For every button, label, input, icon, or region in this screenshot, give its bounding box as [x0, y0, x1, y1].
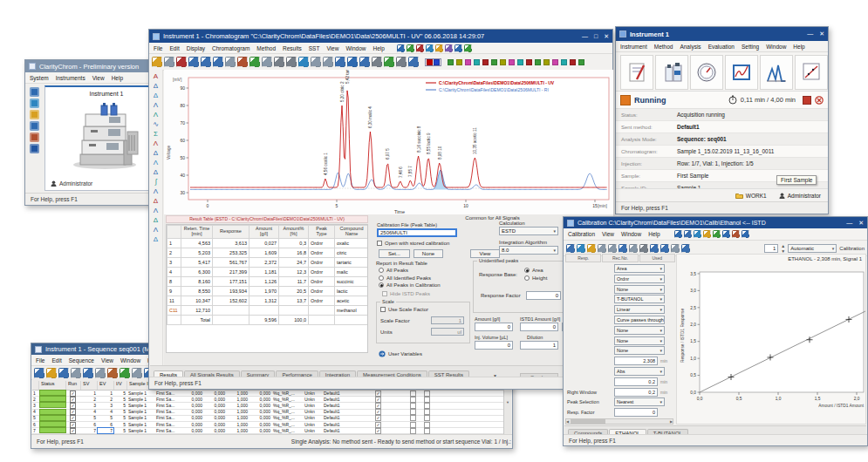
menu-item-results[interactable]: Results [283, 45, 302, 51]
result-row-4[interactable]: 46,300217,3991,18112,3Ordnrmalic [167, 268, 369, 277]
grid-header-recno[interactable]: Rec.No. [602, 254, 638, 262]
menu-item-instruments[interactable]: Instruments [56, 75, 85, 81]
plot-tool-icon-0[interactable]: A [150, 72, 161, 80]
toolbar-icon-3[interactable] [426, 44, 434, 52]
toolbar-icon-4[interactable] [608, 244, 617, 253]
property-field[interactable]: 0,2 [614, 388, 658, 397]
flag-checkbox[interactable] [410, 428, 416, 434]
toolbar-icon-10[interactable] [671, 244, 680, 253]
result-row-2[interactable]: 25,203253,3251,60916,8Ordnrcitric [167, 248, 369, 258]
scale-factor-field[interactable]: 1 [431, 316, 464, 324]
toolbar-icon-5[interactable] [213, 57, 223, 67]
minimize-button[interactable]: — [846, 220, 852, 227]
inj-volume-field[interactable]: 0 [475, 341, 513, 350]
menu-item-file[interactable]: File [154, 45, 162, 51]
chromatogram-titlebar[interactable]: Instrument 1 - Chromatogram "C:\ClarityC… [149, 30, 612, 43]
gear-icon[interactable] [30, 99, 39, 108]
menu-item-view[interactable]: View [326, 45, 338, 51]
property-dropdown[interactable]: Curve passes through Origin▾ [614, 316, 665, 324]
menu-item-help[interactable]: Help [112, 75, 123, 81]
toolbar-icon-14[interactable] [323, 57, 333, 67]
current-user[interactable]: Administrator [779, 193, 821, 199]
toolbar-icon-1[interactable] [577, 244, 585, 253]
chromatogram-button[interactable] [760, 55, 793, 90]
horizontal-scrollbar[interactable]: ◀ ▶ [565, 418, 673, 425]
plot-tool-icon-3[interactable]: Λ [150, 101, 161, 109]
menu-item-method[interactable]: Method [256, 45, 276, 51]
flag-checkbox[interactable]: ✓ [375, 428, 381, 434]
toolbar-icon-0[interactable] [674, 230, 682, 238]
plot-tool-icon-6[interactable]: Σ [150, 130, 161, 138]
set-button[interactable]: Set... [379, 249, 410, 258]
menu-item-calibration[interactable]: Calibration [568, 231, 595, 237]
report-option-all-peaks[interactable]: All Peaks [379, 268, 483, 273]
toolbar-icon-3[interactable] [71, 368, 81, 378]
toolbar-icon-17[interactable] [359, 57, 370, 67]
toolbar-icon-2[interactable] [694, 230, 701, 238]
menu-item-help[interactable]: Help [648, 231, 660, 237]
toolbar-icon-6[interactable] [500, 59, 506, 65]
toolbar-icon-9[interactable] [262, 57, 272, 67]
property-dropdown[interactable]: Area▾ [614, 264, 665, 273]
property-dropdown[interactable]: T-BUTANOL▾ [614, 295, 665, 303]
plot-tool-icon-8[interactable]: Δ [150, 149, 161, 157]
grid-header-used[interactable]: Used [639, 254, 675, 262]
toolbar-icon-18[interactable] [372, 57, 382, 67]
toolbar-icon-6[interactable] [455, 44, 462, 52]
plot-tool-icon-1[interactable]: Δ [150, 82, 161, 90]
toolbar-icon-20[interactable] [396, 57, 407, 67]
toolbar-icon-7[interactable] [237, 57, 248, 67]
dilution-field[interactable]: 1 [520, 341, 558, 350]
toolbar-icon-7[interactable] [509, 59, 515, 65]
calibration-curve-panel[interactable]: ETHANOL - 2,308 min, Signal 1 0,00,51,01… [676, 254, 866, 425]
toolbar-icon-5[interactable] [722, 230, 730, 238]
info-icon[interactable] [30, 144, 39, 153]
menu-item-window[interactable]: Window [120, 357, 140, 363]
toolbar-icon-6[interactable] [107, 368, 118, 378]
toolbar-icon-1[interactable] [684, 230, 692, 238]
menu-item-help[interactable]: Help [373, 45, 385, 51]
menu-item-edit[interactable]: Edit [51, 357, 61, 363]
calibration-button[interactable] [795, 55, 828, 90]
menu-item-sst[interactable]: SST [309, 45, 320, 51]
hide-istd-checkbox[interactable]: Hide ISTD Peaks [382, 291, 430, 296]
report-option-all-peaks-in-calibration[interactable]: All Peaks in Calibration [379, 282, 483, 288]
plot-tool-icon-9[interactable]: Λ [150, 159, 161, 166]
toolbar-icon-11[interactable] [681, 244, 690, 253]
method-setup-button[interactable] [620, 55, 653, 90]
menu-item-sequence[interactable]: Sequence [69, 357, 94, 363]
toolbar-icon-11[interactable] [286, 57, 297, 67]
units-field[interactable]: ul [431, 328, 464, 336]
property-dropdown[interactable]: Abs▾ [614, 367, 665, 376]
toolbar-icon-3[interactable] [188, 57, 199, 67]
plot-tool-icon-15[interactable]: Δ [150, 216, 161, 224]
menu-item-help[interactable]: Help [793, 44, 804, 50]
close-button[interactable]: ✕ [858, 220, 864, 227]
none-button[interactable]: None [413, 249, 443, 258]
plot-tool-icon-14[interactable]: Λ [150, 207, 161, 214]
toolbar-icon-10[interactable] [535, 59, 541, 65]
exit-icon[interactable] [30, 132, 39, 142]
toolbar-icon-6[interactable] [629, 244, 638, 253]
response-base-area[interactable]: Area [524, 268, 547, 273]
menu-item-display[interactable]: Display [187, 45, 205, 51]
instrument-titlebar[interactable]: Instrument 1 —✕ [616, 27, 828, 41]
property-dropdown[interactable]: None▾ [614, 285, 665, 294]
toolbar-icon-4[interactable] [201, 57, 211, 67]
plot-tool-icon-5[interactable]: ∿ [150, 120, 161, 128]
toolbar-icon-16[interactable] [347, 57, 358, 67]
menu-item-analysis[interactable]: Analysis [680, 44, 701, 50]
minimize-button[interactable]: — [807, 31, 813, 37]
toolbar-icon-12[interactable] [552, 59, 558, 65]
menu-item-window[interactable]: Window [345, 45, 366, 51]
toolbar-icon-1[interactable] [46, 368, 57, 378]
toolbar-icon-13[interactable] [311, 57, 321, 67]
toolbar-icon-5[interactable] [491, 59, 497, 65]
calculation-dropdown[interactable]: ESTD▾ [499, 227, 558, 235]
run-checkbox[interactable]: ✓ [70, 428, 76, 434]
property-dropdown[interactable]: Ordnr▾ [614, 275, 665, 283]
result-row-3[interactable]: 35,417561,7672,37224,7Ordnrtartaric [167, 258, 369, 268]
toolbar-icon-8[interactable] [517, 59, 523, 65]
toolbar-icon-0[interactable] [448, 59, 454, 65]
toolbar-icon-5[interactable] [619, 244, 627, 253]
